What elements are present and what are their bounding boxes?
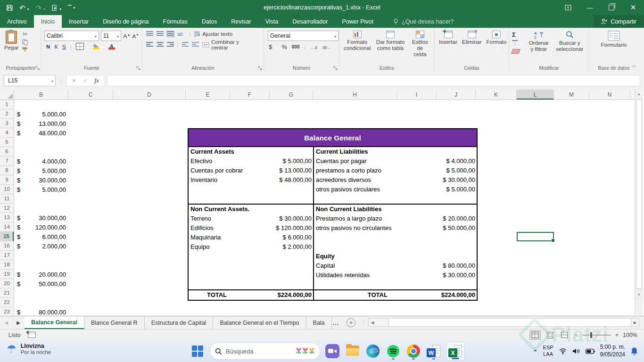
horizontal-scrollbar[interactable]: ◀ ▶ (368, 318, 639, 327)
align-right-icon[interactable] (167, 42, 174, 48)
customize-qat-icon[interactable]: ▔ (68, 6, 75, 10)
align-bottom-icon[interactable] (167, 31, 174, 37)
tell-me-box[interactable]: ¿Qué desea hacer? (393, 15, 454, 28)
balance-right-cell[interactable]: Utilidades retenidas$ 30.000,00 (314, 271, 477, 280)
currency-format-button[interactable]: $ (269, 43, 277, 50)
macro-record-icon[interactable] (28, 332, 36, 338)
touch-mode-icon[interactable] (52, 4, 61, 11)
align-left-icon[interactable] (146, 42, 153, 48)
tab-insertar[interactable]: Insertar (62, 15, 96, 28)
row-header-16[interactable]: 16 (0, 241, 14, 251)
tab-desarrollador[interactable]: Desarrollador (285, 15, 335, 28)
zoom-slider-thumb[interactable] (590, 332, 592, 338)
clear-button[interactable] (512, 49, 524, 54)
minimize-button[interactable]: — (579, 0, 601, 15)
undo-dropdown-icon[interactable] (26, 4, 29, 11)
sheet-tab-blance-general-r[interactable]: Blance General R (84, 316, 145, 329)
row-header-9[interactable]: 9 (0, 175, 14, 185)
balance-left-cell[interactable]: Maquinaria$ 6.000,00 (189, 233, 313, 242)
underline-button[interactable]: S (62, 44, 66, 49)
weather-widget[interactable]: ☂ Llovizna Por la noche (7, 343, 51, 355)
balance-right-cell[interactable]: acreedores diversos$ 30.000,00 (314, 175, 477, 185)
enter-formula-icon[interactable]: ✓ (83, 77, 88, 84)
new-sheet-button[interactable]: + (347, 318, 355, 327)
scroll-down-icon[interactable]: ▼ (635, 290, 643, 299)
row-header-5[interactable]: 5 (0, 138, 14, 147)
col-header-F[interactable]: F (230, 90, 270, 99)
autosum-button[interactable]: Σ (512, 31, 524, 38)
row-header-7[interactable]: 7 (0, 156, 14, 166)
align-center-icon[interactable] (157, 42, 164, 48)
balance-right-cell[interactable]: Equity (314, 252, 477, 261)
align-middle-icon[interactable] (157, 31, 164, 37)
search-box[interactable]: Búsqueda (210, 343, 320, 360)
tab-f-rmulas[interactable]: Fórmulas (156, 15, 195, 28)
balance-left-cell[interactable]: Efectivo$ 5.000,00 (189, 156, 313, 166)
sheet-tab-estructura-de-capital[interactable]: Estructura de Capital (145, 316, 214, 329)
cell-B13[interactable]: $30.000,00 (14, 213, 68, 222)
touch-mode-dropdown-icon[interactable] (58, 4, 61, 11)
merge-center-button[interactable]: Combinar y centrar (202, 39, 262, 50)
percent-format-button[interactable]: % (281, 43, 287, 50)
balance-left-cell[interactable] (189, 252, 313, 261)
name-box[interactable]: L15 (4, 75, 56, 86)
balance-left-cell[interactable]: Current Assets (189, 147, 313, 156)
cell-B23[interactable]: $80.000,00 (14, 307, 68, 315)
cell-B15[interactable]: $6.000,00 (14, 232, 68, 241)
undo-button[interactable]: ↶ (19, 4, 29, 11)
tab-revisar[interactable]: Revisar (224, 15, 258, 28)
col-header-G[interactable]: G (270, 90, 313, 99)
font-dialog-launcher[interactable] (136, 66, 141, 71)
paste-button[interactable]: Pegar (2, 30, 21, 64)
row-header-22[interactable]: 22 (0, 298, 14, 307)
balance-right-cell[interactable]: Cuentas por pagar$ 4.000,00 (314, 156, 477, 166)
alignment-dialog-launcher[interactable] (258, 66, 263, 71)
balance-sheet-title[interactable]: Balance General (189, 129, 477, 147)
cell-B2[interactable]: $5.000,00 (14, 109, 68, 119)
col-header-N[interactable]: N (589, 90, 630, 99)
row-header-4[interactable]: 4 (0, 128, 14, 138)
shrink-font-icon[interactable]: A▼ (132, 33, 139, 39)
formula-input[interactable] (107, 75, 640, 86)
battery-icon[interactable] (586, 349, 595, 354)
balance-right-cell[interactable]: otros pasivos no circulantes$ 50.000,00 (314, 223, 477, 233)
language-indicator[interactable]: ESP LAA (543, 345, 553, 358)
font-color-button[interactable]: A (108, 44, 120, 49)
tab-datos[interactable]: Datos (195, 15, 224, 28)
sheet-nav-next-icon[interactable]: ▶ (12, 316, 25, 329)
row-header-11[interactable]: 11 (0, 194, 14, 204)
row-header-17[interactable]: 17 (0, 251, 14, 260)
row-header-23[interactable]: 23 (0, 307, 14, 315)
form-button[interactable]: Formulario (599, 30, 629, 64)
col-header-M[interactable]: M (554, 90, 589, 99)
sheet-tab-bala[interactable]: Bala (306, 316, 332, 329)
balance-left-cell[interactable]: Inventario$ 48.000,00 (189, 175, 313, 185)
row-header-1[interactable]: 1 (0, 100, 14, 109)
cut-icon[interactable]: ✂ (22, 31, 28, 38)
col-header-B[interactable]: B (14, 90, 68, 99)
vertical-scroll-thumb[interactable] (636, 99, 642, 289)
decrease-decimal-icon[interactable] (322, 44, 330, 50)
col-header-H[interactable]: H (313, 90, 397, 99)
row-header-20[interactable]: 20 (0, 279, 14, 288)
format-cells-button[interactable]: Formato (484, 30, 509, 64)
tabbar-splitter[interactable]: ⋮ (359, 316, 368, 329)
sheet-canvas[interactable]: $80.000,00$50.000,00$20.000,00$2.000,00$… (14, 100, 634, 315)
excel-taskbar-icon[interactable]: X (446, 342, 465, 361)
col-header-I[interactable]: I (397, 90, 437, 99)
spotify-icon[interactable] (385, 342, 401, 361)
number-dialog-launcher[interactable] (333, 66, 338, 71)
vertical-scrollbar[interactable]: ▲ ▼ (635, 90, 643, 315)
video-app-icon[interactable] (324, 342, 340, 361)
balance-left-cell[interactable]: Terreno$ 30.000,00 (189, 214, 313, 223)
comma-format-button[interactable]: 000 (292, 44, 300, 49)
save-icon[interactable] (7, 5, 13, 11)
grow-font-icon[interactable]: A▲ (123, 33, 131, 40)
cell-B8[interactable]: $5.000,00 (14, 166, 68, 175)
wifi-icon[interactable] (559, 348, 567, 354)
align-top-icon[interactable] (146, 31, 153, 37)
scroll-left-icon[interactable]: ◀ (369, 321, 376, 325)
balance-left-cell[interactable]: Equipo$ 2.000,00 (189, 242, 313, 252)
cell-B9[interactable]: $30.000,00 (14, 175, 68, 185)
tab-vista[interactable]: Vista (258, 15, 286, 28)
